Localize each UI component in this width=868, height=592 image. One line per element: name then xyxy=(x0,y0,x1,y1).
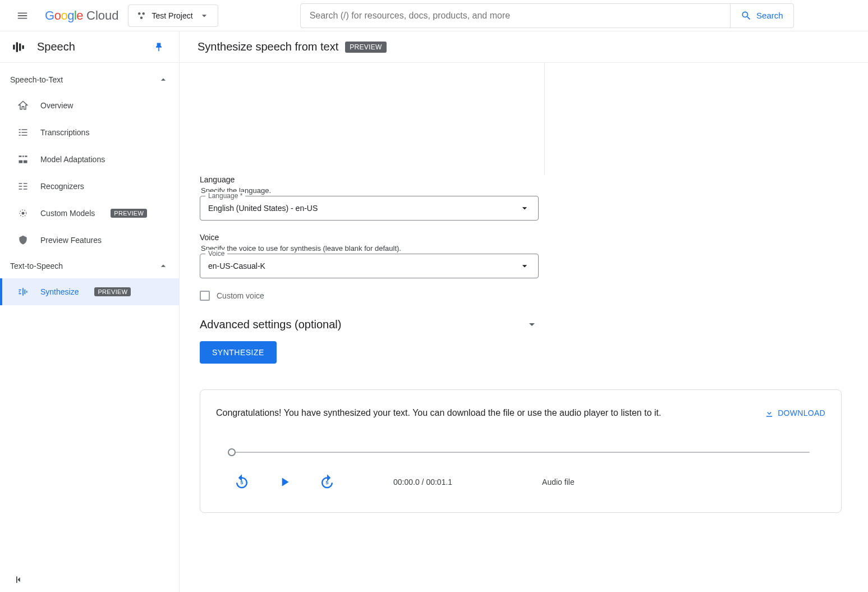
download-icon xyxy=(764,408,774,418)
product-cell: Speech xyxy=(0,31,180,62)
main-content: Language Specify the language. Language … xyxy=(180,63,868,592)
voice-float-label: Voice xyxy=(205,250,227,258)
svg-rect-5 xyxy=(19,43,21,51)
home-icon xyxy=(17,100,29,111)
custom-models-icon xyxy=(17,208,29,219)
search-icon xyxy=(741,10,752,21)
transcriptions-icon xyxy=(17,127,29,138)
preview-badge: PREVIEW xyxy=(345,42,386,53)
advanced-settings-toggle[interactable]: Advanced settings (optional) xyxy=(200,313,539,341)
sidebar-item-label: Synthesize xyxy=(40,287,79,296)
svg-rect-7 xyxy=(19,155,22,157)
audio-player: 5 5 00:00.0 / 00:01.1 Audio file xyxy=(216,452,825,492)
section-speech-to-text[interactable]: Speech-to-Text xyxy=(0,67,179,92)
menu-icon xyxy=(16,10,29,22)
sidebar-item-transcriptions[interactable]: Transcriptions xyxy=(0,119,179,146)
custom-voice-row: Custom voice xyxy=(200,291,539,301)
language-field-block: Language Specify the language. Language … xyxy=(200,175,539,221)
collapse-sidebar-button[interactable] xyxy=(13,574,25,585)
replay-5-icon: 5 xyxy=(233,474,250,490)
svg-point-0 xyxy=(138,12,141,15)
topbar: Google Cloud Test Project Search xyxy=(0,0,868,31)
result-card: Congratulations! You have synthesized yo… xyxy=(200,389,842,513)
search-button[interactable]: Search xyxy=(730,4,793,27)
sidebar-item-label: Custom Models xyxy=(40,209,95,218)
sidebar-item-label: Recognizers xyxy=(40,182,84,191)
sidebar-item-custom-models[interactable]: Custom Models PREVIEW xyxy=(0,200,179,227)
svg-point-1 xyxy=(142,12,145,15)
recognizers-icon xyxy=(17,181,29,192)
caret-down-icon xyxy=(519,203,530,214)
custom-voice-label: Custom voice xyxy=(217,291,264,300)
preview-features-icon xyxy=(17,235,29,246)
forward-5-button[interactable]: 5 xyxy=(317,472,337,492)
forward-5-icon: 5 xyxy=(319,474,336,490)
search-bar: Search xyxy=(300,3,794,28)
google-cloud-logo[interactable]: Google Cloud xyxy=(45,8,119,23)
svg-rect-6 xyxy=(22,45,24,49)
replay-5-button[interactable]: 5 xyxy=(232,472,252,492)
audio-file-label: Audio file xyxy=(542,478,575,487)
seek-track[interactable] xyxy=(232,452,810,453)
chevron-up-icon xyxy=(158,74,169,85)
sidebar-item-model-adaptations[interactable]: Model Adaptations xyxy=(0,146,179,173)
section-label: Speech-to-Text xyxy=(10,75,63,84)
sidebar-item-recognizers[interactable]: Recognizers xyxy=(0,173,179,200)
sidebar-item-label: Overview xyxy=(40,101,73,110)
playback-time: 00:00.0 / 00:01.1 xyxy=(393,478,452,487)
right-divider xyxy=(544,63,545,175)
product-title: Speech xyxy=(37,40,139,53)
preview-mini-badge: PREVIEW xyxy=(111,209,147,218)
svg-rect-9 xyxy=(25,155,27,157)
play-button[interactable] xyxy=(274,472,295,492)
sidebar-item-label: Model Adaptations xyxy=(40,155,105,164)
collapse-icon xyxy=(13,574,25,585)
hamburger-menu-button[interactable] xyxy=(9,2,36,29)
svg-text:5: 5 xyxy=(241,480,244,485)
play-icon xyxy=(277,475,292,489)
section-text-to-speech[interactable]: Text-to-Speech xyxy=(0,254,179,278)
result-message: Congratulations! You have synthesized yo… xyxy=(216,408,661,418)
model-adaptations-icon xyxy=(17,154,29,165)
sidebar-item-label: Transcriptions xyxy=(40,128,89,137)
voice-subtitle: Specify the voice to use for synthesis (… xyxy=(201,244,539,253)
advanced-settings-label: Advanced settings (optional) xyxy=(200,318,341,331)
page-title: Synthesize speech from text xyxy=(198,40,338,53)
search-button-label: Search xyxy=(756,11,783,20)
pin-icon xyxy=(153,42,164,53)
svg-rect-4 xyxy=(16,42,18,52)
voice-select[interactable]: en-US-Casual-K xyxy=(200,254,539,278)
caret-down-icon xyxy=(519,260,530,272)
voice-value: en-US-Casual-K xyxy=(208,261,265,270)
page-title-wrap: Synthesize speech from text PREVIEW xyxy=(180,40,387,53)
speech-product-icon xyxy=(11,40,26,54)
language-select[interactable]: English (United States) - en-US xyxy=(200,196,539,221)
sidebar-item-synthesize[interactable]: Synthesize PREVIEW xyxy=(0,278,179,305)
project-name: Test Project xyxy=(152,11,193,20)
section-label: Text-to-Speech xyxy=(10,261,63,270)
synthesize-icon xyxy=(17,286,29,297)
chevron-down-icon xyxy=(525,318,539,331)
caret-down-icon xyxy=(199,10,210,21)
voice-field-block: Voice Specify the voice to use for synth… xyxy=(200,233,539,278)
search-input[interactable] xyxy=(301,4,730,27)
pin-button[interactable] xyxy=(150,38,168,56)
preview-mini-badge: PREVIEW xyxy=(94,287,131,296)
custom-voice-checkbox[interactable] xyxy=(200,291,210,301)
subheader: Speech Synthesize speech from text PREVI… xyxy=(0,31,868,63)
language-value: English (United States) - en-US xyxy=(208,204,318,213)
language-subtitle: Specify the language. xyxy=(201,186,539,195)
sidebar-item-label: Preview Features xyxy=(40,236,102,245)
synthesize-button[interactable]: SYNTHESIZE xyxy=(200,341,277,364)
seek-thumb[interactable] xyxy=(228,448,236,456)
sidebar-item-overview[interactable]: Overview xyxy=(0,92,179,119)
sidenav: Speech-to-Text Overview Transcriptions M… xyxy=(0,63,180,592)
sidebar-item-preview-features[interactable]: Preview Features xyxy=(0,227,179,254)
svg-point-2 xyxy=(140,16,143,19)
language-float-label: Language * xyxy=(205,192,245,200)
download-button[interactable]: DOWNLOAD xyxy=(764,408,825,418)
voice-title: Voice xyxy=(200,233,539,242)
project-picker[interactable]: Test Project xyxy=(128,4,218,27)
download-label: DOWNLOAD xyxy=(778,409,825,417)
svg-rect-11 xyxy=(24,160,27,163)
